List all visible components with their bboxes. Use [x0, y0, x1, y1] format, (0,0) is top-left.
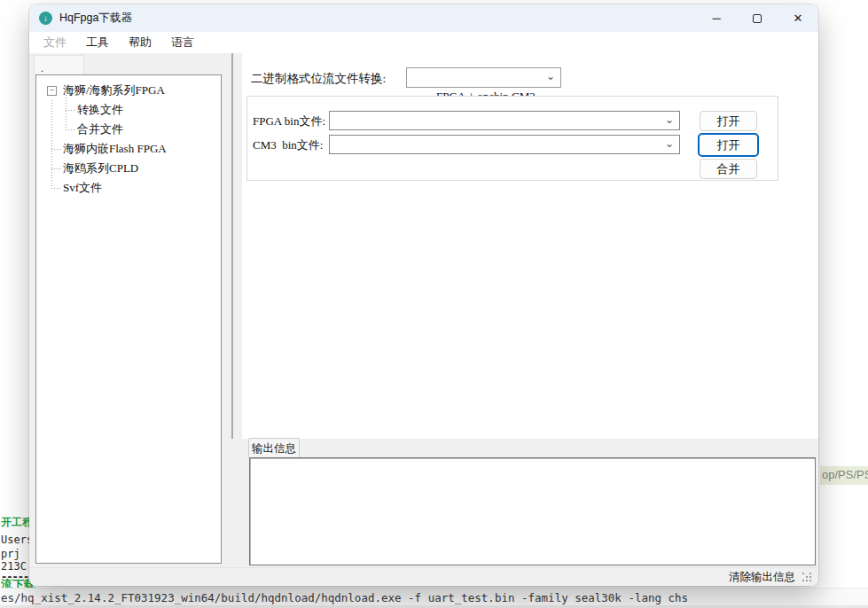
resize-grip-icon[interactable]	[802, 573, 814, 584]
tree-connector	[51, 168, 61, 169]
tree-collapse-icon[interactable]: −	[47, 86, 57, 96]
menu-file[interactable]: 文件	[34, 32, 76, 53]
background-path-fragment: op/PS/PS	[820, 466, 868, 485]
maximize-icon	[753, 14, 762, 23]
minimize-button[interactable]: ─	[696, 4, 737, 32]
tree-connector	[51, 149, 61, 150]
tree-item-svf-file[interactable]: Svf文件	[36, 178, 221, 198]
tree-item-seagull-cpld[interactable]: 海鸥系列CPLD	[36, 159, 221, 178]
convert-mode-dropdown[interactable]: FPGA + onchip CM3 ⌄	[406, 67, 561, 88]
tree-connector	[66, 129, 75, 130]
chevron-down-icon[interactable]: ⌄	[665, 112, 674, 129]
output-textarea[interactable]	[249, 457, 816, 565]
menubar: 文件 工具 帮助 语言	[29, 32, 818, 53]
cm3-bin-open-button[interactable]: 打开	[698, 133, 759, 157]
merge-button[interactable]: 合并	[700, 159, 757, 179]
window-title: HqFpga下载器	[59, 11, 132, 26]
tree-item-sealion-seal-fpga[interactable]: − 海狮/海豹系列FPGA	[36, 81, 221, 100]
close-button[interactable]: ✕	[778, 4, 818, 32]
titlebar: ↓ HqFpga下载器 ─ ✕	[29, 4, 818, 32]
tree-item-convert-file[interactable]: 转换文件	[36, 100, 221, 120]
clear-output-button[interactable]: 清除输出信息	[729, 570, 795, 585]
app-download-icon: ↓	[39, 12, 52, 25]
tree-item-label: 转换文件	[77, 103, 123, 116]
fpga-bin-open-button[interactable]: 打开	[700, 111, 757, 131]
tree-item-label: 海鸥系列CPLD	[63, 161, 138, 175]
menu-language[interactable]: 语言	[161, 32, 204, 53]
bin-files-groupbox: FPGA bin文件: C:\Users\86137\Desktop\PS\PS…	[246, 96, 778, 181]
tree-connector	[66, 110, 75, 111]
menu-tools[interactable]: 工具	[76, 32, 119, 53]
tree-item-merge-file[interactable]: 合并文件	[36, 120, 221, 139]
background-command-strip: es/hq_xist_2.14.2_FT031923_win64/build/h…	[0, 588, 868, 608]
tree-item-label: 海狮/海豹系列FPGA	[63, 83, 165, 97]
merge-panel: 二进制格式位流文件转换: FPGA + onchip CM3 ⌄ FPGA bi…	[242, 53, 818, 439]
background-command-line: es/hq_xist_2.14.2_FT031923_win64/build/h…	[1, 591, 688, 604]
tree-item-label: 海狮内嵌Flash FPGA	[63, 142, 167, 155]
chevron-down-icon: ⌄	[546, 68, 555, 85]
bg-line: 开工程	[1, 516, 33, 528]
maximize-button[interactable]	[737, 4, 778, 32]
sidebar-tab[interactable]: .	[34, 55, 84, 75]
content-area: . − 海狮/海豹系列FPGA 转换文件 合并文件	[29, 53, 818, 567]
app-window: ↓ HqFpga下载器 ─ ✕ 文件 工具 帮助 语言 . − 海狮/海豹系列F…	[29, 4, 818, 586]
statusbar: 清除输出信息	[29, 567, 818, 586]
cm3-bin-label: CM3 bin文件:	[253, 137, 323, 153]
device-tree-panel: − 海狮/海豹系列FPGA 转换文件 合并文件 海狮内嵌Flash FPGA	[35, 74, 222, 564]
output-info-tab[interactable]: 输出信息	[248, 438, 300, 457]
tree-item-embedded-flash-fpga[interactable]: 海狮内嵌Flash FPGA	[36, 139, 221, 159]
fpga-bin-path-combo[interactable]: C:\Users\86137\Desktop\PS\PS_A\HQ_PRJ\hq…	[329, 111, 680, 130]
bg-line: prj	[1, 548, 20, 560]
chevron-down-icon[interactable]: ⌄	[665, 136, 674, 152]
tree-item-label: 合并文件	[77, 122, 123, 136]
tree-connector	[51, 188, 61, 189]
fpga-bin-label: FPGA bin文件:	[253, 113, 325, 129]
window-controls: ─ ✕	[696, 4, 818, 32]
panel-splitter[interactable]	[231, 53, 233, 439]
cm3-bin-path-combo[interactable]: C:\Users\86137\Desktop\PS\PS_A\GPIO\uart…	[329, 135, 680, 154]
convert-mode-label: 二进制格式位流文件转换:	[251, 71, 386, 87]
menu-help[interactable]: 帮助	[119, 32, 161, 53]
tree-item-label: Svf文件	[63, 181, 102, 194]
